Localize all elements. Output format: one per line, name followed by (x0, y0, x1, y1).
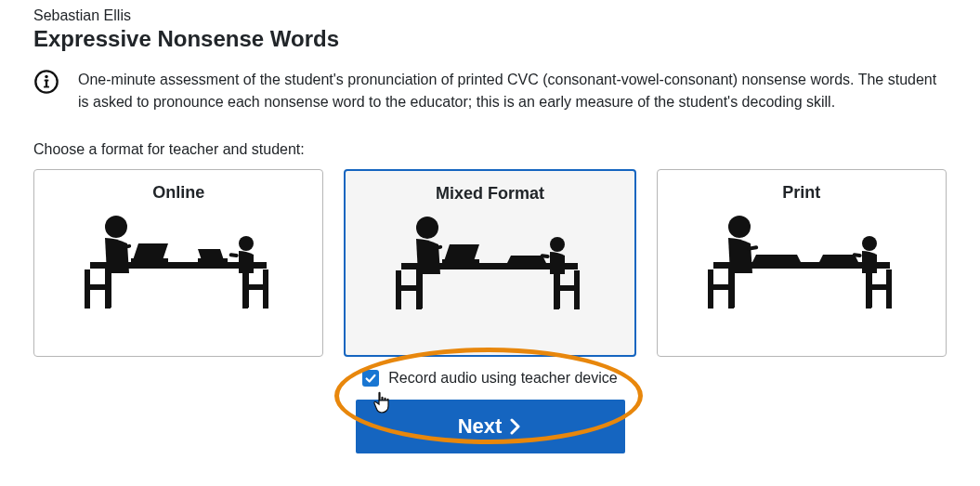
info-text: One-minute assessment of the student's p… (78, 69, 947, 113)
teacher-laptop-student-paper-icon (355, 209, 624, 321)
svg-rect-41 (728, 290, 734, 309)
teacher-student-laptops-icon (44, 208, 313, 320)
svg-rect-46 (866, 290, 871, 309)
svg-rect-3 (46, 80, 47, 87)
info-row: One-minute assessment of the student's p… (33, 69, 947, 113)
format-option-title: Online (44, 183, 313, 203)
format-option-mixed[interactable]: Mixed Format (344, 169, 635, 357)
student-name: Sebastian Ellis (33, 7, 947, 24)
svg-rect-28 (416, 291, 422, 309)
svg-rect-13 (105, 290, 111, 309)
svg-rect-32 (555, 285, 580, 291)
record-audio-checkbox[interactable] (362, 370, 379, 387)
svg-rect-33 (554, 291, 559, 309)
svg-rect-40 (708, 284, 732, 290)
svg-rect-15 (229, 253, 239, 257)
record-audio-row: Record audio using teacher device (33, 370, 947, 387)
format-option-online[interactable]: Online (33, 169, 323, 357)
chevron-right-icon (509, 418, 522, 435)
format-option-print[interactable]: Print (657, 169, 947, 357)
svg-rect-18 (244, 284, 268, 290)
svg-point-5 (105, 216, 127, 238)
svg-rect-4 (44, 86, 49, 88)
format-options: Online (33, 169, 947, 357)
svg-rect-27 (396, 285, 420, 291)
format-option-title: Mixed Format (355, 184, 624, 204)
record-audio-label: Record audio using teacher device (388, 370, 617, 387)
svg-rect-45 (868, 284, 892, 290)
svg-point-42 (862, 236, 877, 251)
teacher-student-paper-icon (667, 208, 936, 320)
svg-rect-7 (131, 258, 168, 262)
svg-point-14 (239, 236, 254, 251)
svg-point-1 (45, 75, 48, 78)
page-title: Expressive Nonsense Words (33, 26, 947, 52)
svg-rect-19 (242, 290, 248, 309)
svg-point-20 (416, 217, 438, 239)
format-option-title: Print (667, 183, 936, 203)
next-button-label: Next (458, 414, 503, 439)
choose-format-label: Choose a format for teacher and student: (33, 141, 947, 158)
svg-rect-16 (198, 258, 228, 262)
svg-point-29 (550, 237, 565, 252)
info-icon (33, 69, 59, 95)
svg-point-34 (728, 216, 751, 238)
next-button[interactable]: Next (356, 400, 625, 453)
svg-rect-12 (85, 284, 109, 290)
svg-rect-22 (442, 259, 479, 263)
